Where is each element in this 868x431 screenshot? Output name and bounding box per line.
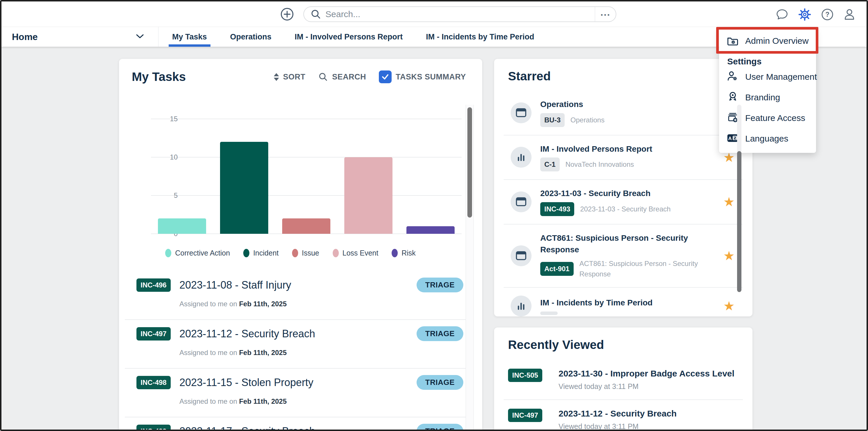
status-badge: TRIAGE [416,424,463,431]
legend-label: Risk [402,249,416,257]
star-icon[interactable]: ★ [723,248,735,263]
starred-item-subtitle: Operations [570,115,604,125]
search-icon [318,72,328,82]
task-id-badge: INC-498 [136,376,171,389]
task-title[interactable]: 2023-11-17 - Security Breach [179,425,315,431]
legend-label: Loss Event [343,249,378,257]
search-input[interactable] [321,9,595,19]
bar-loss-event[interactable] [344,157,393,234]
recent-item-title[interactable]: 2023-11-30 - Improper Badge Access Level [559,369,735,378]
starred-item[interactable]: 2023-11-03 - Security BreachINC-4932023-… [504,180,743,225]
tab-my-tasks[interactable]: My Tasks [160,27,219,47]
starred-item-badge: C-1 [540,158,560,171]
legend-label: Corrective Action [175,249,230,257]
menu-item-admin-overview[interactable]: Admin Overview [719,29,816,53]
help-icon: ? [821,8,834,21]
legend-item: Risk [392,249,416,257]
recently-viewed-item[interactable]: INC-5052023-11-30 - Improper Badge Acces… [504,360,743,400]
task-row[interactable]: INC-4972023-11-12 - Security BreachTRIAG… [125,320,466,369]
task-assigned-text: Assigned to me on Feb 11th, 2025 [179,397,463,405]
sort-icon [274,73,279,81]
svg-text:A: A [728,136,732,141]
search-label: SEARCH [332,72,366,81]
user-gear-icon [726,70,739,84]
bar-corrective-action[interactable] [158,219,206,234]
folder-gear-icon [726,35,739,47]
starred-item[interactable]: IM - Involved Persons ReportC-1NovaTech … [504,135,743,180]
task-id-badge: INC-496 [136,278,171,292]
starred-item[interactable]: IM - Incidents by Time Period★ [504,288,743,317]
legend-item: Issue [292,249,319,257]
recent-item-viewed: Viewed today at 3:11 PM [559,422,677,431]
tab-im-involved-persons-report[interactable]: IM - Involved Persons Report [283,27,414,47]
starred-item-title: Operations [540,99,717,110]
star-icon[interactable]: ★ [723,194,735,209]
my-tasks-scrollbar-track[interactable] [466,105,474,431]
home-label: Home [12,32,38,42]
task-title[interactable]: 2023-11-12 - Security Breach [179,328,315,340]
starred-item[interactable]: OperationsBU-3Operations★ [504,91,743,135]
profile-button[interactable] [843,8,856,21]
task-assigned-text: Assigned to me on Feb 11th, 2025 [179,300,463,308]
bar-incident[interactable] [220,142,268,234]
menu-item-feature-access[interactable]: Feature Access [719,108,816,128]
my-tasks-scrollbar-thumb[interactable] [467,107,472,218]
task-row[interactable]: INC-4992023-11-17 - Security BreachTRIAG… [125,418,466,431]
search-tasks-button[interactable]: SEARCH [318,72,366,82]
checkbox-checked-icon[interactable] [379,70,392,83]
recent-item-title[interactable]: 2023-11-12 - Security Breach [559,409,677,419]
tasks-summary-toggle[interactable]: TASKS SUMMARY [379,70,466,83]
admin-overview-label: Admin Overview [745,36,808,46]
bar-issue[interactable] [282,219,330,234]
legend-marker [292,249,298,257]
home-dropdown[interactable]: Home [1,27,158,47]
star-icon[interactable]: ★ [723,298,735,313]
starred-scrollbar-track[interactable] [737,105,741,153]
menu-item-label: User Management [745,72,817,82]
starred-scrollbar-thumb[interactable] [737,151,741,292]
gridline [151,195,462,196]
medal-icon [726,91,739,104]
sort-button[interactable]: SORT [274,72,305,81]
tasks-summary-label: TASKS SUMMARY [396,72,466,81]
search-more-button[interactable]: ... [595,7,616,22]
recently-viewed-panel: Recently Viewed INC-5052023-11-30 - Impr… [494,327,752,431]
tab-bar: My TasksOperationsIM - Involved Persons … [160,27,546,47]
task-list: INC-4962023-11-08 - Staff InjuryTRIAGEAs… [125,271,466,431]
help-button[interactable]: ? [821,8,834,21]
gear-icon [798,8,811,21]
settings-button[interactable] [798,8,811,21]
task-row[interactable]: INC-4962023-11-08 - Staff InjuryTRIAGEAs… [125,271,466,320]
chat-button[interactable] [775,8,789,21]
gridline [151,119,462,119]
menu-item-user-management[interactable]: User Management [719,66,816,87]
tab-operations[interactable]: Operations [219,27,283,47]
recent-item-viewed: Viewed today at 3:11 PM [559,382,735,391]
menu-item-languages[interactable]: ALanguages [719,128,816,149]
tab-im-incidents-by-time-period[interactable]: IM - Incidents by Time Period [414,27,546,47]
starred-item[interactable]: ACT861: Suspicious Person - Security Res… [504,225,743,288]
gridline [151,157,462,158]
menu-item-branding[interactable]: Branding [719,87,816,108]
my-tasks-panel: My Tasks SORT SEARCH TASKS SUMMARY [119,59,482,431]
task-assigned-text: Assigned to me on Feb 11th, 2025 [179,349,463,357]
task-row[interactable]: INC-4982023-11-15 - Stolen PropertyTRIAG… [125,369,466,418]
legend-item: Corrective Action [165,249,230,257]
task-title[interactable]: 2023-11-08 - Staff Injury [179,279,291,291]
status-badge: TRIAGE [416,277,463,292]
starred-item-badge: BU-3 [540,113,565,127]
svg-text:?: ? [825,11,829,18]
starred-item-subtitle: NovaTech Innovations [565,159,634,170]
recently-viewed-item[interactable]: INC-4972023-11-12 - Security BreachViewe… [504,400,743,431]
task-title[interactable]: 2023-11-15 - Stolen Property [179,376,313,389]
bar-chart-icon [510,147,531,168]
starred-list: OperationsBU-3Operations★IM - Involved P… [504,91,743,317]
user-icon [843,8,856,21]
task-id-badge: INC-499 [136,425,171,431]
bar-risk[interactable] [406,226,455,234]
settings-dropdown-menu: Admin Overview Settings User ManagementB… [719,29,816,153]
task-id-badge: INC-497 [136,327,171,340]
status-badge: TRIAGE [416,375,463,390]
menu-item-label: Languages [745,134,788,143]
create-button[interactable] [280,7,294,21]
